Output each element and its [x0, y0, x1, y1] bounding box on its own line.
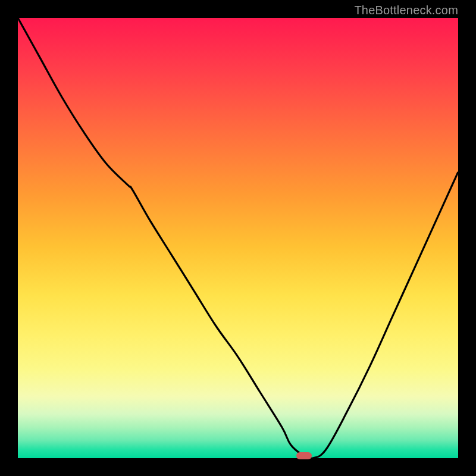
watermark-text: TheBottleneck.com — [354, 4, 458, 17]
plot-area — [18, 18, 458, 458]
outer-frame: TheBottleneck.com — [0, 0, 476, 476]
bottleneck-curve — [18, 18, 458, 458]
optimal-marker — [296, 452, 312, 459]
